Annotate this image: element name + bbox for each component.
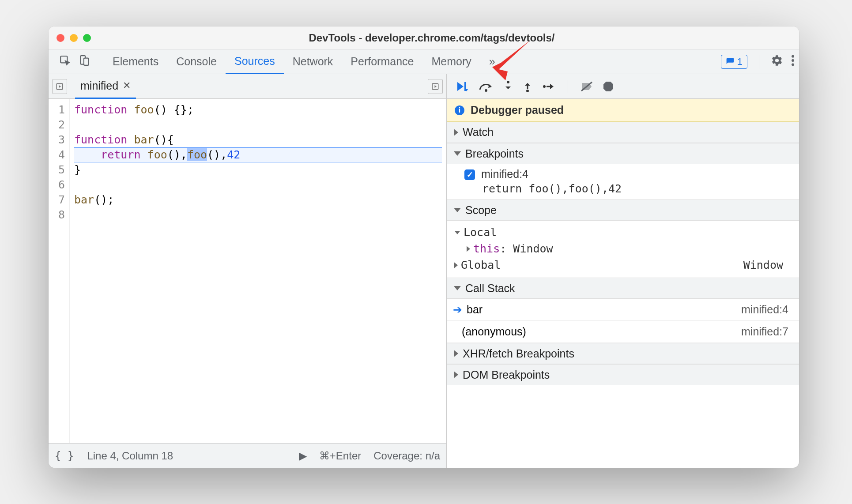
code-line[interactable]: bar(); (74, 192, 442, 207)
step-over-icon[interactable] (479, 81, 494, 92)
tabs-overflow[interactable]: » (480, 49, 504, 74)
tab-performance[interactable]: Performance (342, 49, 422, 74)
line-gutter: 12345678 (49, 99, 70, 443)
coverage-status: Coverage: n/a (373, 450, 440, 462)
paused-label: Debugger paused (471, 104, 564, 117)
minimize-window-button[interactable] (70, 34, 78, 42)
settings-icon[interactable] (771, 54, 783, 69)
editor-statusbar: { } Line 4, Column 18 ▶ ⌘+Enter Coverage… (49, 443, 446, 468)
window-controls (49, 34, 91, 42)
scope-global[interactable]: Global Window (454, 257, 792, 273)
svg-point-9 (485, 89, 487, 92)
pretty-print-icon[interactable]: { } (55, 450, 74, 462)
tab-memory[interactable]: Memory (422, 49, 480, 74)
breakpoint-snippet: return foo(),foo(),42 (481, 182, 622, 195)
section-scope[interactable]: Scope (447, 199, 799, 221)
code-editor[interactable]: 12345678 function foo() {}; function bar… (49, 99, 446, 443)
tab-console[interactable]: Console (167, 49, 226, 74)
breakpoint-label: minified:4 (481, 168, 622, 181)
code-line[interactable] (74, 207, 442, 222)
file-tab-minified[interactable]: minified ✕ (75, 74, 136, 99)
frame-location: minified:4 (741, 303, 791, 316)
svg-point-3 (792, 55, 794, 57)
frame-name: bar (467, 303, 483, 316)
section-breakpoints[interactable]: Breakpoints (447, 143, 799, 164)
file-tab-label: minified (80, 79, 118, 92)
info-icon: i (455, 105, 464, 115)
svg-point-5 (792, 63, 794, 66)
section-callstack[interactable]: Call Stack (447, 278, 799, 299)
svg-point-10 (507, 81, 509, 83)
issues-button[interactable]: 1 (721, 55, 747, 69)
run-icon[interactable]: ▶ (299, 450, 307, 462)
tab-elements[interactable]: Elements (104, 49, 167, 74)
code-line[interactable]: return foo(),foo(),42 (74, 147, 442, 162)
svg-point-12 (543, 85, 546, 88)
inspect-element-icon[interactable] (59, 55, 71, 69)
run-snippet-icon[interactable] (428, 79, 443, 94)
issues-count: 1 (737, 56, 743, 68)
debugger-paused-banner: i Debugger paused (447, 99, 799, 122)
code-line[interactable] (74, 117, 442, 132)
current-frame-icon: ➔ (453, 303, 462, 316)
step-into-icon[interactable] (503, 80, 513, 93)
step-icon[interactable] (542, 82, 555, 91)
code-line[interactable]: function foo() {}; (74, 102, 442, 117)
tab-network[interactable]: Network (284, 49, 342, 74)
section-dom-breakpoints[interactable]: DOM Breakpoints (447, 364, 799, 385)
scope-local-this[interactable]: this: Window (454, 241, 792, 257)
cursor-position: Line 4, Column 18 (87, 450, 173, 462)
frame-location: minified:7 (741, 325, 791, 338)
svg-rect-2 (84, 58, 89, 65)
section-xhr-breakpoints[interactable]: XHR/fetch Breakpoints (447, 343, 799, 364)
section-watch[interactable]: Watch (447, 122, 799, 143)
svg-point-11 (526, 90, 529, 92)
scope-body: Local this: Window Global Window (447, 221, 799, 278)
more-options-icon[interactable] (791, 54, 795, 69)
frame-name: (anonymous) (462, 325, 526, 338)
breakpoint-item[interactable]: minified:4return foo(),foo(),42 (464, 168, 792, 195)
main-toolbar: Elements Console Sources Network Perform… (49, 49, 799, 74)
step-out-icon[interactable] (523, 80, 532, 93)
deactivate-breakpoints-icon[interactable] (581, 81, 593, 92)
pause-on-exceptions-icon[interactable] (603, 81, 614, 92)
sources-editor-pane: minified ✕ 12345678 function foo() {}; f… (49, 74, 447, 468)
debugger-toolbar (447, 74, 799, 99)
debugger-pane: i Debugger paused Watch Breakpoints mini… (447, 74, 799, 468)
zoom-window-button[interactable] (83, 34, 91, 42)
svg-point-4 (792, 59, 794, 62)
device-toolbar-icon[interactable] (79, 55, 90, 69)
run-shortcut: ⌘+Enter (319, 450, 361, 462)
breakpoint-checkbox[interactable] (464, 169, 475, 180)
window-title: DevTools - developer.chrome.com/tags/dev… (91, 32, 799, 44)
devtools-window: DevTools - developer.chrome.com/tags/dev… (49, 26, 799, 468)
code-line[interactable]: } (74, 162, 442, 177)
resume-icon[interactable] (456, 81, 469, 92)
callstack-frame[interactable]: (anonymous)minified:7 (447, 321, 799, 343)
callstack-frame[interactable]: ➔barminified:4 (447, 299, 799, 321)
close-file-icon[interactable]: ✕ (123, 80, 131, 91)
scope-local[interactable]: Local (454, 224, 792, 241)
tab-sources[interactable]: Sources (226, 49, 284, 74)
close-window-button[interactable] (57, 34, 64, 42)
code-line[interactable]: function bar(){ (74, 132, 442, 147)
code-line[interactable] (74, 177, 442, 192)
titlebar: DevTools - developer.chrome.com/tags/dev… (49, 26, 799, 49)
navigator-toggle-icon[interactable] (52, 79, 67, 94)
